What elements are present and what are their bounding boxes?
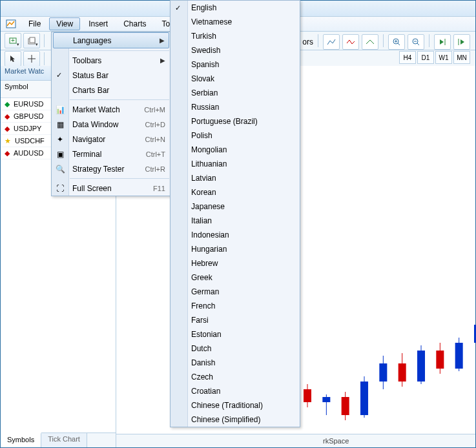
indicator-button-3[interactable] — [362, 34, 378, 50]
tab-tick-chart[interactable]: Tick Chart — [41, 433, 87, 447]
language-item-italian[interactable]: Italian — [171, 214, 300, 228]
language-label: Hebrew — [191, 259, 218, 268]
toolbar-separator — [383, 34, 384, 47]
language-item-korean[interactable]: Korean — [171, 185, 300, 199]
language-label: Dutch — [191, 344, 211, 353]
market-watch-icon: 📊 — [54, 105, 66, 114]
language-item-farsi[interactable]: Farsi — [171, 313, 300, 327]
language-item-hungarian[interactable]: Hungarian — [171, 242, 300, 256]
language-item-slovak[interactable]: Slovak — [171, 72, 300, 86]
language-label: Portuguese (Brazil) — [191, 117, 258, 126]
indicator-button-2[interactable] — [342, 34, 359, 50]
direction-icon: ★ — [5, 137, 11, 145]
timeframe-w1[interactable]: W1 — [435, 51, 452, 64]
language-item-polish[interactable]: Polish — [171, 128, 300, 143]
symbol-name: EURUSD — [14, 100, 43, 108]
terminal-icon: ▣ — [54, 150, 66, 159]
language-item-turkish[interactable]: Turkish — [171, 29, 300, 43]
toolbar-separator — [44, 34, 45, 47]
language-item-german[interactable]: German — [171, 285, 300, 299]
language-item-japanese[interactable]: Japanese — [171, 199, 300, 214]
language-item-indonesian[interactable]: Indonesian — [171, 228, 300, 242]
language-label: Hungarian — [191, 245, 227, 254]
language-item-french[interactable]: French — [171, 299, 300, 313]
toolbar-separator — [318, 34, 318, 47]
language-item-swedish[interactable]: Swedish — [171, 43, 300, 57]
language-label: Estonian — [191, 330, 222, 339]
language-label: Lithuanian — [191, 159, 227, 168]
language-label: German — [191, 287, 219, 296]
workspace-tab[interactable]: rkSpace — [116, 434, 475, 447]
language-item-english[interactable]: ✓English — [171, 1, 300, 15]
menu-charts[interactable]: Charts — [116, 17, 153, 30]
zoom-in-button[interactable] — [388, 34, 405, 50]
menu-insert[interactable]: Insert — [81, 17, 115, 30]
language-label: Croatian — [191, 387, 220, 396]
new-chart-button[interactable]: +▾ — [5, 33, 21, 48]
menu-item-languages[interactable]: Languages▶ — [53, 32, 169, 48]
timeframe-d1[interactable]: D1 — [417, 51, 434, 64]
language-label: French — [191, 301, 215, 311]
language-item-lithuanian[interactable]: Lithuanian — [171, 157, 300, 171]
language-label: Swedish — [191, 46, 220, 55]
language-item-czech[interactable]: Czech — [171, 370, 300, 384]
language-item-serbian[interactable]: Serbian — [171, 86, 300, 100]
menu-item-navigator[interactable]: ✦ NavigatorCtrl+N — [52, 132, 171, 147]
check-icon: ✓ — [56, 71, 62, 79]
language-label: Japanese — [191, 202, 225, 211]
language-item-estonian[interactable]: Estonian — [171, 327, 300, 341]
language-item-chinese-traditional-[interactable]: Chinese (Traditional) — [171, 398, 300, 412]
toolbar-truncated-text: ors — [302, 37, 313, 46]
menu-item-terminal[interactable]: ▣ TerminalCtrl+T — [52, 147, 171, 161]
cursor-button[interactable] — [5, 51, 21, 66]
crosshair-button[interactable] — [23, 51, 40, 66]
menu-item-full-screen[interactable]: ⛶ Full ScreenF11 — [52, 181, 171, 196]
menu-item-strategy-tester[interactable]: 🔍 Strategy TesterCtrl+R — [52, 161, 171, 176]
menu-item-data-window[interactable]: ▦ Data WindowCtrl+D — [52, 117, 171, 132]
timeframe-mn[interactable]: MN — [453, 51, 470, 64]
language-item-spanish[interactable]: Spanish — [171, 57, 300, 72]
menu-view[interactable]: View — [49, 17, 80, 30]
language-item-vietnamese[interactable]: Vietnamese — [171, 15, 300, 29]
svg-rect-4 — [30, 37, 35, 43]
language-item-portuguese-brazil-[interactable]: Portuguese (Brazil) — [171, 114, 300, 128]
shift-chart-button[interactable] — [453, 34, 470, 50]
language-item-mongolian[interactable]: Mongolian — [171, 143, 300, 157]
toolbar-right-fragment: ors — [302, 34, 470, 50]
app-icon — [5, 18, 17, 30]
language-label: Chinese (Simplified) — [191, 415, 260, 424]
language-item-dutch[interactable]: Dutch — [171, 341, 300, 356]
language-item-latvian[interactable]: Latvian — [171, 171, 300, 185]
profiles-button[interactable]: ▾ — [23, 33, 40, 48]
market-watch-tabs: Symbols Tick Chart — [1, 433, 116, 447]
scroll-end-button[interactable] — [434, 34, 451, 50]
language-item-russian[interactable]: Russian — [171, 100, 300, 114]
svg-line-8 — [398, 43, 400, 45]
timeframe-h4[interactable]: H4 — [399, 51, 416, 64]
indicator-button-1[interactable] — [323, 34, 340, 50]
language-item-chinese-simplified-[interactable]: Chinese (Simplified) — [171, 412, 300, 427]
svg-rect-33 — [455, 343, 463, 369]
language-label: English — [191, 3, 216, 12]
zoom-out-button[interactable] — [408, 34, 424, 50]
strategy-tester-icon: 🔍 — [54, 165, 66, 174]
check-icon: ✓ — [175, 4, 181, 12]
language-label: Latvian — [191, 174, 216, 183]
language-item-danish[interactable]: Danish — [171, 356, 300, 370]
menu-item-market-watch[interactable]: 📊 Market WatchCtrl+M — [52, 102, 171, 117]
menu-item-toolbars[interactable]: Toolbars▶ — [52, 53, 171, 68]
svg-line-12 — [417, 43, 419, 45]
direction-icon: ◆ — [5, 149, 10, 158]
svg-rect-29 — [417, 351, 425, 382]
tab-symbols[interactable]: Symbols — [1, 433, 41, 447]
language-item-greek[interactable]: Greek — [171, 270, 300, 285]
language-item-hebrew[interactable]: Hebrew — [171, 256, 300, 270]
menu-item-status-bar[interactable]: ✓ Status Bar — [52, 68, 171, 83]
language-item-croatian[interactable]: Croatian — [171, 384, 300, 398]
menu-item-charts-bar[interactable]: Charts Bar — [52, 83, 171, 97]
svg-rect-31 — [436, 351, 444, 369]
app-window: File View Insert Charts Too +▾ ▾ ors H4 … — [0, 0, 476, 448]
toolbar-separator — [429, 34, 429, 47]
menu-separator — [70, 50, 169, 51]
menu-file[interactable]: File — [21, 17, 48, 30]
